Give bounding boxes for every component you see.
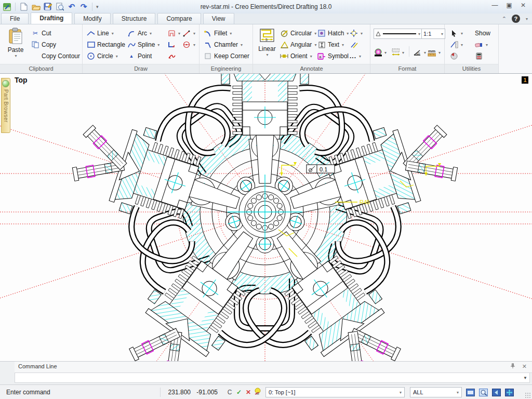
chamfer-button[interactable]: Chamfer▾ [204,39,243,50]
point-icon: ▲ [127,52,136,60]
new-file-icon[interactable] [19,2,29,11]
orient-dimension-button[interactable]: Orient▾ [280,51,312,61]
sheet-number-badge[interactable]: 1 [522,76,528,84]
tab-compare[interactable]: Compare [157,13,201,24]
corner-trim-button[interactable] [167,39,176,50]
keep-corner-checkbox-icon [204,52,212,60]
angle-units-icon: D [413,48,421,57]
paste-dropdown-icon[interactable]: ▾ [5,54,27,58]
circle-icon [87,52,95,60]
annotate-more-button[interactable]: ...▾ [350,51,361,61]
rectangle-button[interactable]: Rectangle [87,39,125,50]
symbol-icon: a [317,52,326,60]
dimension-style-icon [391,48,400,57]
tab-file[interactable]: File [1,13,29,24]
measure-button[interactable]: ▾ [450,39,463,50]
tab-drafting[interactable]: Drafting [31,12,72,24]
fit-view-icon[interactable] [505,389,514,396]
lamp-icon[interactable] [253,388,262,397]
group-format: ▾ 1:1 ▾ ▾ ▾ D ▾ mm ▾ Form [370,24,445,73]
circular-dimension-button[interactable]: Circular▾ [280,28,316,38]
help-icon[interactable]: ? [512,15,520,23]
status-bar: Enter command 231.800 -91.005 C ✓ ✕ 0: T… [0,384,532,399]
tab-structure[interactable]: Structure [113,13,156,24]
arc-button[interactable]: Arc▾ [127,28,152,38]
part-browser-tab[interactable]: Part Browser [1,78,10,133]
svg-text:0.1: 0.1 [320,166,327,172]
linestyle-combo[interactable]: ▾ [374,29,422,39]
linear-dropdown-icon[interactable]: ▾ [256,52,278,57]
tab-view[interactable]: View [203,13,234,24]
part-filter-selector[interactable]: ALL▾ [410,387,462,397]
linear-dimension-icon: 5 [256,28,278,45]
calculator-button[interactable] [475,51,483,61]
center-mark-button[interactable]: ▾ [350,28,363,38]
construction-line-icon [182,29,191,37]
delete-button[interactable]: ▾ [475,39,488,50]
spline-button[interactable]: Spline▾ [127,39,159,50]
catch-mode-indicator[interactable]: C [225,389,234,396]
open-file-icon[interactable] [31,2,41,11]
close-button[interactable]: ✕ [521,2,526,9]
console-toggle-icon[interactable] [466,389,475,396]
restore-button[interactable]: ▣ [507,2,512,9]
copy-button[interactable]: Copy [31,39,56,50]
minimize-ribbon-icon[interactable]: ⌃ [502,16,507,22]
scale-combo[interactable]: 1:1 ▾ [421,29,445,39]
circle-button[interactable]: Circle▾ [87,51,118,61]
angular-dimension-button[interactable]: Angular▾ [280,39,316,50]
linear-dimension-button[interactable]: 5 Linear ▾ [256,25,278,57]
length-units-button[interactable]: mm ▾ [428,47,441,58]
recorder-button[interactable] [450,51,458,61]
viewport-selector[interactable]: 0: Top [~1]▾ [265,387,405,397]
paste-icon [4,28,27,46]
save-file-icon[interactable] [43,2,52,11]
command-input[interactable]: ▼ [15,373,530,383]
cut-button[interactable]: ✂ Cut [31,28,51,38]
hatch-button[interactable]: Hatch▾ [317,28,349,38]
paste-button[interactable]: Paste ▾ [4,25,27,58]
confirm-icon[interactable]: ✓ [234,389,244,396]
dimension-style-button[interactable]: ▾ [391,47,404,58]
drawing-canvas[interactable]: R450.1 Top 1 Part Browser [0,73,532,361]
group-utilities: ▾ Show ▾ ▾ Utilities [445,24,499,73]
contour-button[interactable]: ▾ [167,28,180,38]
color-button[interactable]: ▾ [374,47,387,58]
group-engineering: Fillet▾ Chamfer▾ Keep Corner Engineering [200,24,253,73]
fillet-button[interactable]: Fillet▾ [204,28,232,38]
text-button[interactable]: Text▾ [317,39,344,50]
symbol-button[interactable]: a Symbol [317,51,349,61]
help-dropdown-icon[interactable]: ▾ [526,17,528,21]
customize-quick-access-icon[interactable]: ▾ [96,4,99,9]
fillet-icon [204,29,212,37]
close-panel-icon[interactable]: ✕ [522,363,527,370]
freehand-button[interactable] [167,51,176,61]
construction-circle-button[interactable]: ▾ [182,39,195,50]
keep-corner-checkbox[interactable]: Keep Corner [204,51,249,61]
show-button[interactable]: Show [475,28,490,38]
hatch-lines-button[interactable] [350,39,358,50]
quick-access-toolbar: ↶ ↷ ▾ [0,2,99,11]
undo-icon[interactable]: ↶ [67,2,76,11]
previous-view-icon[interactable] [492,389,501,396]
group-label-utilities: Utilities [445,64,498,73]
select-button[interactable]: ▾ [450,28,463,38]
point-button[interactable]: ▲ Point [127,51,152,61]
cancel-icon[interactable]: ✕ [244,389,253,396]
part-browser-icon [2,80,9,87]
resize-grip[interactable] [525,392,531,398]
construction-line-button[interactable]: ▾ [182,28,195,38]
tab-modify[interactable]: Modify [74,13,110,24]
redo-icon[interactable]: ↷ [79,2,88,11]
zoom-window-icon[interactable] [479,389,488,396]
engine-drawing: R450.1 [0,74,532,361]
line-button[interactable]: Line▾ [87,28,114,38]
pin-icon[interactable] [510,363,515,369]
angle-units-button[interactable]: D ▾ [413,47,426,58]
copy-contour-button[interactable]: Copy Contour [42,51,80,61]
command-history-dropdown-icon[interactable]: ▼ [523,376,527,380]
app-logo-icon[interactable] [2,2,11,11]
print-preview-icon[interactable] [55,2,64,11]
minimize-button[interactable]: — [492,2,498,9]
line-icon [87,29,95,37]
